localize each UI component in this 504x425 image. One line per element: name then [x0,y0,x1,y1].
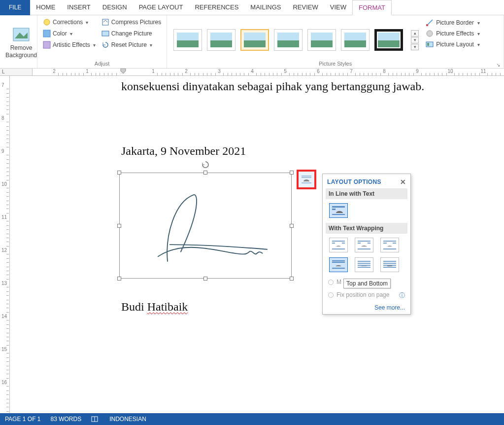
resize-handle-bl[interactable] [117,277,121,281]
resize-handle-l[interactable] [117,224,121,228]
tab-format[interactable]: FORMAT [352,0,392,15]
wrap-top-bottom[interactable] [329,257,348,272]
change-icon [101,30,109,37]
reset-icon [101,41,109,49]
style-thumb-2[interactable] [207,29,235,51]
wrap-front[interactable] [380,257,399,272]
svg-rect-25 [383,243,387,244]
selected-image[interactable] [119,173,292,279]
corrections-label: Corrections [53,19,83,26]
svg-rect-23 [358,248,370,249]
page: konsekuensi dinyatakan sebagai pihak yan… [33,76,504,413]
svg-rect-5 [102,31,109,36]
remove-bg-icon [13,28,30,41]
svg-rect-19 [332,248,345,249]
tab-references[interactable]: REFERENCES [189,0,244,15]
reset-label: Reset Picture [111,41,147,48]
compress-label: Compress Pictures [111,19,161,26]
status-proofing[interactable] [86,416,104,423]
resize-handle-br[interactable] [290,277,294,281]
resize-handle-r[interactable] [290,224,294,228]
style-thumb-4[interactable] [274,29,302,51]
wrap-inline[interactable] [329,203,348,218]
book-icon [91,416,98,423]
resize-handle-b[interactable] [203,277,207,281]
svg-rect-35 [383,261,396,262]
remove-bg-label: Remove Background [5,44,37,59]
svg-rect-14 [332,209,336,210]
corrections-icon [43,18,51,26]
tab-file[interactable]: FILE [0,0,30,15]
adjust-group-label: Adjust [40,60,164,68]
svg-rect-22 [368,243,370,244]
svg-rect-32 [358,263,370,264]
picture-effects-button[interactable]: Picture Effects▾ [426,30,480,37]
signature-image [130,183,281,268]
wrap-tight[interactable] [355,238,373,252]
ribbon: Remove Background Corrections▾ Color▾ Ar… [0,15,504,69]
svg-rect-28 [332,260,345,261]
status-page[interactable]: PAGE 1 OF 1 [0,416,45,423]
resize-handle-tr[interactable] [290,171,294,175]
status-language[interactable]: INDONESIAN [104,416,151,423]
svg-rect-13 [332,206,345,208]
indent-marker[interactable] [120,69,126,75]
radio-fix-position[interactable]: Fix position on page ⓘ [328,290,405,301]
picture-border-button[interactable]: Picture Border▾ [426,19,480,27]
effects-label: Picture Effects [436,30,474,37]
svg-rect-24 [383,241,396,242]
tab-review[interactable]: REVIEW [287,0,324,15]
svg-rect-26 [393,243,396,244]
picture-layout-button[interactable]: Picture Layout▾ [426,40,480,48]
layout-options-button[interactable] [297,170,316,189]
tab-design[interactable]: DESIGN [97,0,133,15]
styles-launcher[interactable]: ↘ [496,62,500,68]
vertical-ruler[interactable]: 78910111213141516 [0,76,10,413]
info-icon[interactable]: ⓘ [399,291,405,300]
corrections-button[interactable]: Corrections▾ [43,18,96,26]
svg-rect-36 [383,263,396,264]
see-more-link[interactable]: See more... [327,303,406,311]
color-button[interactable]: Color▾ [43,30,96,37]
tab-view[interactable]: VIEW [324,0,352,15]
wrap-square[interactable] [329,238,348,252]
change-picture-button[interactable]: Change Picture [101,30,161,37]
compress-pictures-button[interactable]: Compress Pictures [101,18,161,26]
reset-picture-button[interactable]: Reset Picture▾ [101,41,161,49]
styles-group-label: Picture Styles↘ [169,60,501,68]
resize-handle-t[interactable] [203,171,207,175]
style-thumb-1[interactable] [173,29,202,51]
artistic-effects-button[interactable]: Artistic Effects▾ [43,41,96,49]
rotate-handle[interactable] [202,161,209,169]
status-words[interactable]: 83 WORDS [45,416,86,423]
svg-point-1 [44,19,50,25]
resize-handle-tl[interactable] [117,171,121,175]
wrap-behind[interactable] [355,257,373,272]
remove-background-button[interactable]: Remove Background [2,17,40,68]
popup-close-button[interactable]: ✕ [400,178,406,186]
tab-home[interactable]: HOME [30,0,61,15]
tab-insert[interactable]: INSERT [61,0,96,15]
document-area: konsekuensi dinyatakan sebagai pihak yan… [10,76,504,413]
style-thumb-7[interactable] [374,29,403,51]
svg-rect-17 [332,243,335,244]
color-label: Color [53,30,67,37]
wrap-through[interactable] [380,238,399,252]
popup-title: LAYOUT OPTIONS [327,178,381,185]
radio-move-with-text[interactable]: M Top and Bottom [328,277,405,290]
horizontal-ruler[interactable]: 211234567891011 [33,69,504,76]
svg-rect-30 [332,268,345,269]
tab-mailings[interactable]: MAILINGS [244,0,287,15]
style-thumb-6[interactable] [341,29,370,51]
svg-rect-29 [332,262,345,263]
tab-page-layout[interactable]: PAGE LAYOUT [133,0,189,15]
section-inline: In Line with Text [326,188,407,199]
section-wrap: With Text Wrapping [326,223,407,234]
style-thumb-3[interactable] [240,29,269,51]
ribbon-tabs: FILE HOME INSERT DESIGN PAGE LAYOUT REFE… [0,0,504,15]
artistic-label: Artistic Effects [53,41,90,48]
style-thumb-5[interactable] [307,29,336,51]
layout-options-popup: LAYOUT OPTIONS ✕ In Line with Text With … [322,174,411,315]
svg-rect-3 [43,41,50,48]
style-gallery-scroll[interactable]: ▴▾▾ [411,30,419,50]
